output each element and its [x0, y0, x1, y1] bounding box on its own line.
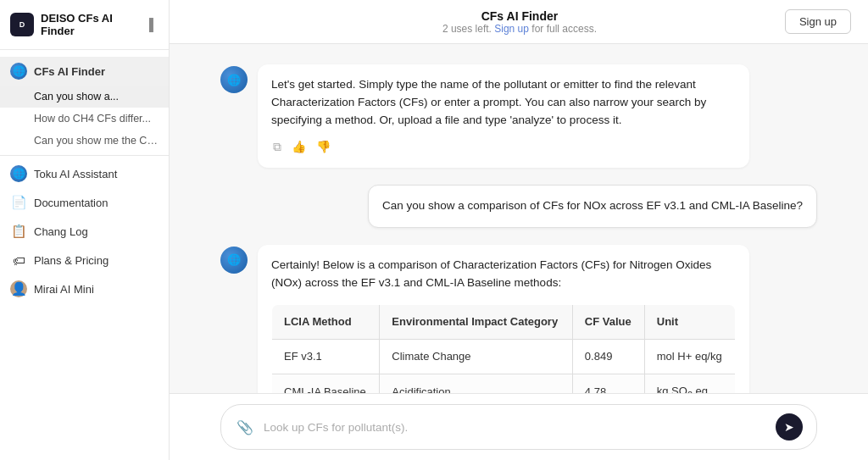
table-header-env-impact: Environmental Impact Category [380, 304, 572, 339]
globe-icon: 🌐 [10, 63, 27, 80]
signup-link[interactable]: Sign up [494, 23, 529, 35]
message-row: Can you show a comparison of CFs for NOx… [220, 185, 817, 228]
cf-comparison-table: LCIA Method Environmental Impact Categor… [271, 304, 736, 393]
avatar-icon: 👤 [10, 280, 27, 297]
table-cell-category: Acidification [380, 374, 572, 393]
assistant-avatar: 🌐 [220, 247, 248, 274]
sidebar-item-changelog[interactable]: 📋 Chang Log [0, 217, 169, 246]
sidebar-item-label: Toku AI Assistant [34, 168, 117, 180]
sidebar-item-mirai-ai[interactable]: 👤 Mirai AI Mini [0, 274, 169, 303]
brand-name: DEISO CFs AI Finder [41, 12, 133, 37]
assistant-avatar: 🌐 [220, 66, 248, 93]
copy-button[interactable]: ⧉ [271, 138, 283, 156]
chat-input[interactable] [264, 421, 767, 434]
doc-icon: 📄 [10, 194, 27, 211]
table-cell-method: EF v3.1 [272, 339, 380, 374]
table-header-cf-value: CF Value [572, 304, 644, 339]
input-container: 📎 ➤ [220, 404, 817, 450]
sidebar-item-documentation[interactable]: 📄 Documentation [0, 188, 169, 217]
brand-logo: D [10, 13, 34, 36]
assistant-message-bubble: Let's get started. Simply type the name … [258, 64, 749, 168]
sidebar-item-label: Mirai AI Mini [34, 283, 94, 296]
table-cell-unit: kg SO2 eq [644, 374, 735, 393]
message-text: Let's get started. Simply type the name … [271, 78, 706, 126]
chat-area: 🌐 Let's get started. Simply type the nam… [170, 44, 868, 393]
send-button[interactable]: ➤ [776, 413, 803, 441]
sidebar-toggle-button[interactable]: ▐ [140, 15, 159, 34]
sidebar-item-plans-pricing[interactable]: 🏷 Plans & Pricing [0, 246, 169, 274]
table-cell-method: CML-IA Baseline [272, 374, 380, 393]
user-message-bubble: Can you show a comparison of CFs for NOx… [368, 185, 817, 228]
message-text: Can you show a comparison of CFs for NOx… [382, 199, 803, 212]
assistant-message-bubble: Certainly! Below is a comparison of Char… [258, 245, 749, 393]
tag-icon: 🏷 [10, 252, 27, 269]
sidebar-item-label: Chang Log [34, 225, 88, 238]
table-row: EF v3.1 Climate Change 0.849 mol H+ eq/k… [272, 339, 736, 374]
sidebar-header: D DEISO CFs AI Finder ▐ [0, 0, 169, 50]
message-actions: ⧉ 👍 👎 [271, 138, 736, 156]
table-cell-cf: 4.78 [572, 374, 644, 393]
input-bar: 📎 ➤ [170, 393, 868, 460]
sidebar: D DEISO CFs AI Finder ▐ 🌐 CFs AI Finder … [0, 0, 170, 460]
chat-history-item[interactable]: Can you show a... [0, 86, 169, 108]
sidebar-nav: 🌐 CFs AI Finder Can you show a... How do… [0, 50, 169, 310]
message-row: 🌐 Let's get started. Simply type the nam… [220, 64, 817, 168]
message-text: Certainly! Below is a comparison of Char… [271, 258, 711, 289]
thumbs-down-button[interactable]: 👎 [314, 138, 332, 155]
topbar-center: CFs AI Finder 2 uses left. Sign up for f… [442, 9, 597, 35]
attach-button[interactable]: 📎 [235, 418, 255, 437]
table-header-lcia: LCIA Method [272, 304, 380, 339]
sidebar-item-label: CFs AI Finder [34, 65, 105, 78]
signup-button[interactable]: Sign up [785, 9, 851, 34]
table-cell-category: Climate Change [380, 339, 572, 374]
thumbs-up-button[interactable]: 👍 [290, 138, 308, 155]
globe-icon: 🌐 [10, 165, 27, 182]
message-row: 🌐 Certainly! Below is a comparison of Ch… [220, 245, 817, 393]
topbar-subtitle: 2 uses left. Sign up for full access. [442, 23, 597, 35]
list-icon: 📋 [10, 223, 27, 240]
divider [0, 155, 169, 156]
topbar-right: Sign up [785, 9, 851, 34]
chat-history-item[interactable]: How do CH4 CFs differ... [0, 108, 169, 130]
sidebar-item-label: Plans & Pricing [34, 254, 108, 267]
table-header-unit: Unit [644, 304, 735, 339]
sidebar-item-cfs-ai-finder[interactable]: 🌐 CFs AI Finder [0, 57, 169, 86]
main-area: CFs AI Finder 2 uses left. Sign up for f… [170, 0, 868, 460]
table-cell-cf: 0.849 [572, 339, 644, 374]
table-cell-unit: mol H+ eq/kg [644, 339, 735, 374]
table-row: CML-IA Baseline Acidification 4.78 kg SO… [272, 374, 736, 393]
sidebar-item-label: Documentation [34, 197, 108, 209]
chat-history-item[interactable]: Can you show me the CF... [0, 130, 169, 152]
topbar: CFs AI Finder 2 uses left. Sign up for f… [170, 0, 868, 44]
sidebar-item-toku-ai[interactable]: 🌐 Toku AI Assistant [0, 159, 169, 188]
page-title: CFs AI Finder [442, 9, 597, 23]
